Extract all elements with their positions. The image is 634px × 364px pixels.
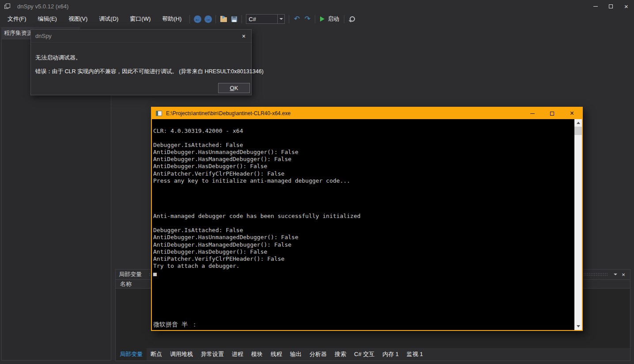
ok-button[interactable]: OK [218, 83, 250, 93]
scrollbar-thumb[interactable] [574, 127, 582, 135]
titlebar: dnSpy v5.0.12 (x64) × [0, 0, 634, 12]
redo-icon: ↷ [305, 15, 310, 23]
console-title: E:\Projects\antinet\bin\Debug\antinet-CL… [166, 110, 291, 116]
tab-modules[interactable]: 模块 [247, 348, 267, 360]
navigate-forward-button[interactable]: → [203, 14, 213, 24]
scroll-up-icon [577, 122, 580, 124]
column-header-name[interactable]: 名称 [116, 280, 132, 288]
tab-analyzer[interactable]: 分析器 [306, 348, 331, 360]
tab-output[interactable]: 输出 [286, 348, 306, 360]
toolbar-separator [289, 15, 289, 23]
dialog-message-primary: 无法启动调试器。 [35, 54, 81, 62]
error-dialog: dnSpy × 无法启动调试器。 错误：由于 CLR 实现内的不兼容，因此不可能… [30, 29, 252, 95]
chevron-down-icon [279, 18, 283, 20]
maximize-button[interactable] [603, 0, 619, 12]
chevron-down-icon [614, 274, 617, 275]
console-body[interactable]: CLR: 4.0.30319.42000 - x64 Debugger.IsAt… [152, 119, 582, 330]
undo-button[interactable]: ↶ [291, 14, 302, 24]
forward-icon: → [204, 15, 212, 23]
minimize-icon [593, 6, 598, 7]
dialog-titlebar[interactable]: dnSpy × [31, 30, 251, 43]
close-icon: × [570, 109, 574, 117]
panel-menu-button[interactable] [611, 270, 619, 278]
search-icon [348, 15, 355, 23]
console-app-icon [156, 111, 162, 116]
panel-close-button[interactable]: × [619, 270, 627, 278]
tab-watch-1[interactable]: 监视 1 [403, 348, 427, 360]
close-icon: × [242, 33, 245, 40]
console-maximize-button[interactable] [542, 108, 562, 119]
search-button[interactable] [347, 14, 357, 24]
bottom-tab-strip: 局部变量 断点 调用堆栈 异常设置 进程 模块 线程 输出 分析器 搜索 C# … [116, 348, 630, 360]
tab-processes[interactable]: 进程 [228, 348, 247, 360]
console-window: E:\Projects\antinet\bin\Debug\antinet-CL… [151, 107, 583, 331]
save-all-button[interactable] [229, 14, 239, 24]
console-output-text: CLR: 4.0.30319.42000 - x64 Debugger.IsAt… [152, 119, 582, 277]
navigate-back-button[interactable]: ← [192, 14, 203, 24]
close-icon: × [622, 271, 625, 278]
combo-dropdown-button[interactable] [277, 15, 284, 23]
menu-file[interactable]: 文件(F) [2, 12, 32, 26]
toolbar-separator [215, 15, 216, 23]
menu-help[interactable]: 帮助(H) [156, 12, 187, 26]
close-icon: × [624, 3, 628, 10]
tab-csharp-interactive[interactable]: C# 交互 [350, 348, 378, 360]
scroll-down-button[interactable] [574, 323, 582, 330]
maximize-icon [609, 4, 613, 8]
console-titlebar[interactable]: E:\Projects\antinet\bin\Debug\antinet-CL… [152, 108, 582, 119]
toolbar-separator [344, 15, 344, 23]
start-label: 启动 [328, 15, 339, 23]
menu-edit[interactable]: 编辑(E) [32, 12, 63, 26]
menubar: 文件(F) 编辑(E) 视图(V) 调试(D) 窗口(W) 帮助(H) ← → … [0, 12, 634, 26]
menu-window[interactable]: 窗口(W) [124, 12, 156, 26]
tab-locals[interactable]: 局部变量 [116, 348, 147, 360]
minimize-button[interactable] [588, 0, 603, 12]
minimize-icon [530, 113, 535, 114]
dialog-message-error: 错误：由于 CLR 实现内的不兼容，因此不可能进行调试。 (异常来自 HRESU… [35, 68, 264, 75]
toolbar-separator [315, 15, 315, 23]
menu-view[interactable]: 视图(V) [63, 12, 93, 26]
toolbar-separator [242, 15, 242, 23]
maximize-icon [550, 112, 554, 116]
tab-threads[interactable]: 线程 [267, 348, 286, 360]
open-file-button[interactable] [218, 14, 229, 24]
play-icon [320, 16, 325, 22]
language-value: C# [246, 16, 277, 23]
back-icon: ← [194, 15, 201, 23]
start-debugging-button[interactable]: 启动 [317, 15, 342, 23]
open-folder-icon [220, 17, 227, 22]
undo-icon: ↶ [294, 15, 300, 23]
dialog-close-button[interactable]: × [236, 30, 251, 43]
tab-breakpoints[interactable]: 断点 [147, 348, 166, 360]
locals-panel-title: 局部变量 [119, 270, 142, 278]
console-scrollbar[interactable] [574, 119, 582, 330]
dnspy-app-icon [4, 4, 11, 9]
tab-exception-settings[interactable]: 异常设置 [197, 348, 228, 360]
console-minimize-button[interactable] [522, 108, 542, 119]
menu-debug[interactable]: 调试(D) [93, 12, 124, 26]
close-button[interactable]: × [619, 0, 634, 12]
dialog-title: dnSpy [31, 33, 52, 39]
scroll-down-icon [577, 325, 580, 327]
toolbar-separator [189, 15, 190, 23]
tab-memory-1[interactable]: 内存 1 [378, 348, 403, 360]
scroll-up-button[interactable] [574, 119, 582, 127]
tab-search[interactable]: 搜索 [331, 348, 350, 360]
language-combobox[interactable]: C# [246, 14, 285, 24]
tab-call-stack[interactable]: 调用堆栈 [166, 348, 197, 360]
save-icon [231, 16, 237, 22]
ime-status-line: 微软拼音 半 ： [153, 321, 198, 329]
redo-button[interactable]: ↷ [302, 14, 313, 24]
console-close-button[interactable]: × [562, 108, 582, 119]
window-title: dnSpy v5.0.12 (x64) [17, 3, 68, 10]
